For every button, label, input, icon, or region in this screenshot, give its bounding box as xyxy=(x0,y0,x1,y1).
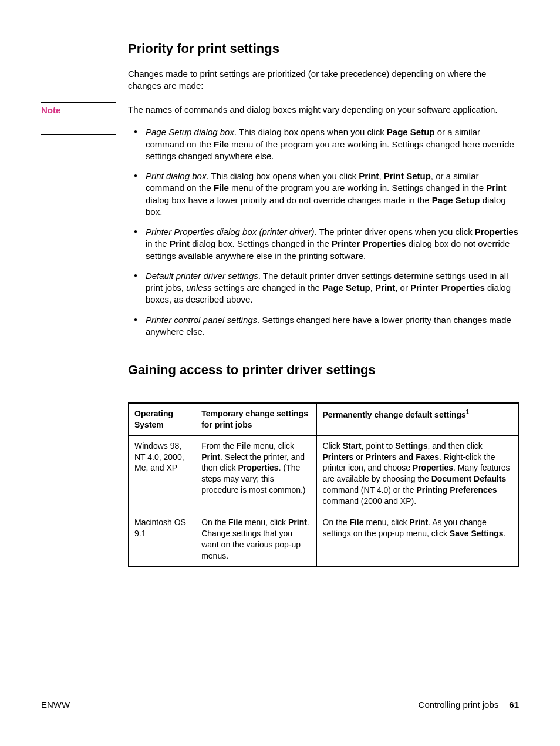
table-header-sup: 1 xyxy=(466,409,470,415)
note-label: Note xyxy=(41,102,116,135)
cell-text: command (NT 4.0) or the xyxy=(323,485,417,495)
bullet-bold: Printer Properties xyxy=(410,283,485,293)
bullet-item: Print dialog box. This dialog box opens … xyxy=(128,170,519,218)
cell-bold: Printing Preferences xyxy=(417,485,497,495)
footer-left: ENWW xyxy=(41,699,70,711)
bullet-text: menu of the program you are working in. … xyxy=(229,183,487,193)
cell-text: , and then click xyxy=(427,441,482,451)
table-row: Windows 98, NT 4.0, 2000, Me, and XP Fro… xyxy=(129,435,519,512)
bullet-item: Printer Properties dialog box (printer d… xyxy=(128,226,519,262)
cell-bold: Print xyxy=(201,452,220,462)
bullet-lead: Printer control panel settings xyxy=(146,315,257,325)
cell-bold: Start xyxy=(343,441,362,451)
bullet-text: in the xyxy=(146,238,170,248)
bullet-bold: File xyxy=(214,183,229,193)
table-header: Temporary change settings for print jobs xyxy=(195,403,316,435)
table-header-row: Operating System Temporary change settin… xyxy=(129,403,519,435)
heading-gaining-access: Gaining access to printer driver setting… xyxy=(128,361,519,379)
cell-bold: File xyxy=(349,518,363,527)
cell-text: From the xyxy=(201,441,237,451)
cell-bold: Properties xyxy=(238,463,278,472)
cell-bold: Save Settings xyxy=(450,529,504,538)
intro-paragraph: Changes made to print settings are prior… xyxy=(128,68,519,92)
bullet-bold: File xyxy=(214,139,229,149)
cell-text: or xyxy=(353,452,365,462)
bullet-lead: Page Setup dialog box xyxy=(146,127,234,137)
cell-text: Click xyxy=(323,441,343,451)
cell-text: . xyxy=(504,529,506,538)
page-footer: ENWW Controlling print jobs 61 xyxy=(41,699,519,711)
bullet-item: Default printer driver settings. The def… xyxy=(128,270,519,306)
note-body: The names of commands and dialog boxes m… xyxy=(128,102,519,116)
cell-bold: File xyxy=(237,441,251,451)
cell-bold: Printers xyxy=(323,452,354,462)
bullet-text: dialog box have a lower priority and do … xyxy=(146,195,432,205)
cell-bold: Settings xyxy=(395,441,427,451)
bullet-bold: Print Setup xyxy=(384,171,431,181)
bullet-text: , or xyxy=(395,283,410,293)
note-block: Note The names of commands and dialog bo… xyxy=(41,102,519,116)
table-cell-perm: On the File menu, click Print. As you ch… xyxy=(316,512,519,567)
driver-settings-table: Operating System Temporary change settin… xyxy=(128,402,519,567)
footer-page-number: 61 xyxy=(509,699,519,711)
bullet-italic: unless xyxy=(186,283,211,293)
cell-bold: Printers and Faxes xyxy=(366,452,439,462)
bullet-lead: Printer Properties dialog box (printer d… xyxy=(146,227,315,237)
heading-priority: Priority for print settings xyxy=(128,40,519,58)
bullet-text: dialog box. Settings changed in the xyxy=(190,238,332,248)
bullet-bold: Print xyxy=(170,238,190,248)
bullet-item: Page Setup dialog box. This dialog box o… xyxy=(128,126,519,162)
table-cell-os: Macintosh OS 9.1 xyxy=(129,512,195,567)
bullet-bold: Print xyxy=(375,283,395,293)
bullet-bold: Printer Properties xyxy=(332,238,406,248)
table-row: Macintosh OS 9.1 On the File menu, click… xyxy=(129,512,519,567)
table-header: Operating System xyxy=(129,403,195,435)
table-cell-temp: On the File menu, click Print. Change se… xyxy=(195,512,316,567)
table-header: Permanently change default settings1 xyxy=(316,403,519,435)
bullet-bold: Page Setup xyxy=(432,195,480,205)
bullet-lead: Print dialog box xyxy=(146,171,206,181)
bullet-text: . The printer driver opens when you clic… xyxy=(315,227,475,237)
cell-bold: File xyxy=(228,518,242,527)
bullet-bold: Page Setup xyxy=(387,127,435,137)
cell-text: , point to xyxy=(362,441,396,451)
bullet-list: Page Setup dialog box. This dialog box o… xyxy=(128,126,519,338)
table-cell-perm: Click Start, point to Settings, and then… xyxy=(316,435,519,512)
bullet-item: Printer control panel settings. Settings… xyxy=(128,314,519,338)
cell-text: menu, click xyxy=(242,518,288,527)
bullet-text: , xyxy=(379,171,383,181)
bullet-text: . This dialog box opens when you click xyxy=(206,171,359,181)
cell-bold: Document Defaults xyxy=(431,474,507,483)
table-cell-os: Windows 98, NT 4.0, 2000, Me, and XP xyxy=(129,435,195,512)
bullet-text: , xyxy=(370,283,375,293)
footer-right-text: Controlling print jobs xyxy=(419,699,499,711)
cell-bold: Print xyxy=(288,518,307,527)
bullet-text: . This dialog box opens when you click xyxy=(234,127,387,137)
cell-bold: Properties xyxy=(413,463,453,472)
cell-text: menu, click xyxy=(364,518,410,527)
bullet-bold: Page Setup xyxy=(322,283,370,293)
bullet-bold: Print xyxy=(486,183,506,193)
bullet-bold: Print xyxy=(359,171,379,181)
table-cell-temp: From the File menu, click Print. Select … xyxy=(195,435,316,512)
bullet-text: settings are changed in the xyxy=(212,283,322,293)
cell-text: On the xyxy=(323,518,350,527)
cell-text: On the xyxy=(201,518,228,527)
table-header-text: Permanently change default settings xyxy=(323,410,466,419)
bullet-bold: Properties xyxy=(475,227,518,237)
cell-text: command (2000 and XP). xyxy=(323,496,417,506)
cell-text: menu, click xyxy=(251,441,294,451)
cell-bold: Print xyxy=(409,518,428,527)
bullet-lead: Default printer driver settings xyxy=(146,271,258,281)
